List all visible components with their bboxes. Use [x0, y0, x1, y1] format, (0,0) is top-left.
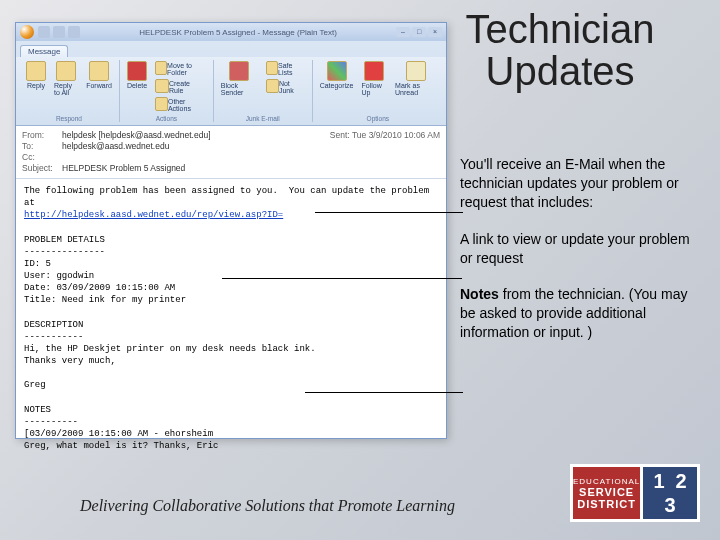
group-options: Options — [317, 115, 439, 122]
point-link: A link to view or update your problem or… — [460, 230, 700, 268]
callout-line-2 — [222, 278, 462, 279]
footer-tagline: Delivering Collaborative Solutions that … — [80, 497, 455, 515]
tab-message[interactable]: Message — [20, 45, 68, 57]
categorize-button[interactable]: Categorize — [317, 60, 357, 97]
to-value: helpdesk@aasd.wednet.edu — [62, 141, 169, 151]
group-respond: Respond — [23, 115, 115, 122]
body-details: PROBLEM DETAILS --------------- ID: 5 Us… — [24, 235, 316, 451]
minimize-icon[interactable]: – — [396, 27, 410, 37]
message-body: The following problem has been assigned … — [16, 179, 446, 458]
quick-access-toolbar[interactable] — [38, 26, 80, 38]
esd-logo: EDUCATIONAL SERVICE DISTRICT 123 — [570, 464, 700, 522]
window-title: HELPDESK Problem 5 Assigned - Message (P… — [80, 28, 396, 37]
problem-link[interactable]: http://helpdesk.aasd.wednet.edu/rep/view… — [24, 210, 283, 220]
office-orb-icon[interactable] — [20, 25, 34, 39]
block-sender-button[interactable]: Block Sender — [218, 60, 261, 97]
delete-button[interactable]: Delete — [124, 60, 150, 113]
follow-up-button[interactable]: Follow Up — [358, 60, 390, 97]
slide-content: You'll receive an E-Mail when the techni… — [460, 155, 700, 360]
ribbon-area: Message Reply Reply to All Forward Respo… — [16, 41, 446, 126]
email-window: HELPDESK Problem 5 Assigned - Message (P… — [15, 22, 447, 439]
point-notes: Notes from the technician. (You may be a… — [460, 285, 700, 342]
reply-button[interactable]: Reply — [23, 60, 49, 97]
callout-line-1 — [315, 212, 463, 213]
maximize-icon[interactable]: □ — [412, 27, 426, 37]
forward-button[interactable]: Forward — [83, 60, 115, 97]
message-header: From:helpdesk [helpdesk@aasd.wednet.edu]… — [16, 126, 446, 179]
move-folder-button[interactable]: Move to Folder — [152, 60, 209, 77]
group-actions: Actions — [124, 115, 209, 122]
titlebar: HELPDESK Problem 5 Assigned - Message (P… — [16, 23, 446, 41]
mark-unread-button[interactable]: Mark as Unread — [392, 60, 439, 97]
other-actions-button[interactable]: Other Actions — [152, 96, 209, 113]
create-rule-button[interactable]: Create Rule — [152, 78, 209, 95]
safe-lists-button[interactable]: Safe Lists — [263, 60, 308, 77]
close-icon[interactable]: × — [428, 27, 442, 37]
from-value: helpdesk [helpdesk@aasd.wednet.edu] — [62, 130, 211, 140]
group-junk: Junk E-mail — [218, 115, 308, 122]
sent-value: Tue 3/9/2010 10:06 AM — [352, 130, 440, 140]
reply-all-button[interactable]: Reply to All — [51, 60, 81, 97]
not-junk-button[interactable]: Not Junk — [263, 78, 308, 95]
subject-value: HELPDESK Problem 5 Assigned — [62, 163, 185, 173]
intro-paragraph: You'll receive an E-Mail when the techni… — [460, 155, 700, 212]
callout-line-3 — [305, 392, 463, 393]
slide-title: Technician Updates — [430, 8, 690, 92]
